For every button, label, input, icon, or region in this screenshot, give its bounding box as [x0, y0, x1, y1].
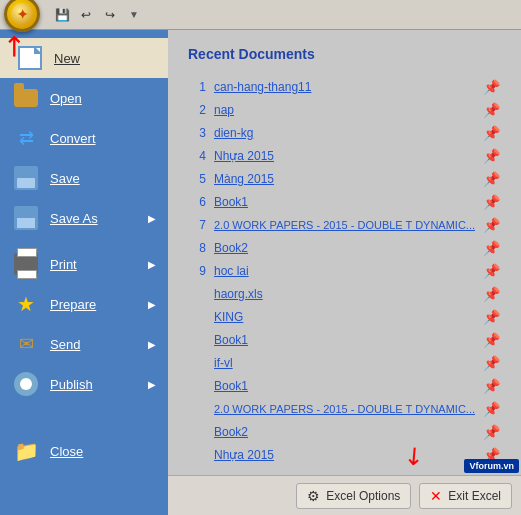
- pin-icon[interactable]: 📌: [483, 309, 500, 325]
- menu-label-prepare: Prepare: [50, 297, 134, 312]
- pin-icon[interactable]: 📌: [483, 286, 500, 302]
- pin-icon[interactable]: 📌: [483, 263, 500, 279]
- excel-options-button[interactable]: ⚙ Excel Options: [296, 483, 411, 509]
- office-logo-text: ✦: [17, 7, 28, 22]
- pin-icon[interactable]: 📌: [483, 148, 500, 164]
- new-icon: [16, 44, 44, 72]
- doc-name: hoc lai: [214, 264, 475, 278]
- prepare-icon: ★: [12, 290, 40, 318]
- list-item[interactable]: 4 Nhựa 2015 📌: [188, 145, 504, 167]
- menu-item-prepare[interactable]: ★ Prepare ▶: [0, 284, 168, 324]
- send-arrow: ▶: [148, 339, 156, 350]
- list-item[interactable]: 1 can-hang-thang11 📌: [188, 76, 504, 98]
- qa-dropdown-btn[interactable]: ▼: [124, 5, 144, 25]
- list-item[interactable]: 8 Book2 📌: [188, 237, 504, 259]
- list-item[interactable]: Book1 📌: [188, 375, 504, 397]
- pin-icon[interactable]: 📌: [483, 217, 500, 233]
- doc-number: 6: [192, 195, 206, 209]
- doc-name: Book1: [214, 333, 475, 347]
- undo-btn[interactable]: ↩: [76, 5, 96, 25]
- recent-docs-panel: Recent Documents 1 can-hang-thang11 📌 2 …: [168, 30, 521, 515]
- menu-item-print[interactable]: Print ▶: [0, 244, 168, 284]
- doc-number: 1: [192, 80, 206, 94]
- pin-icon[interactable]: 📌: [483, 240, 500, 256]
- save-icon: [12, 164, 40, 192]
- menu-label-new: New: [54, 51, 156, 66]
- list-item[interactable]: 5 Màng 2015 📌: [188, 168, 504, 190]
- menu-label-send: Send: [50, 337, 134, 352]
- list-item[interactable]: KING 📌: [188, 306, 504, 328]
- doc-name: can-hang-thang11: [214, 80, 475, 94]
- bottom-bar: ↗ ⚙ Excel Options ✕ Exit Excel: [168, 475, 521, 515]
- menu-label-saveas: Save As: [50, 211, 134, 226]
- pin-icon[interactable]: 📌: [483, 102, 500, 118]
- list-item[interactable]: haorg.xls 📌: [188, 283, 504, 305]
- menu-item-save[interactable]: Save: [0, 158, 168, 198]
- excel-options-icon: ⚙: [307, 488, 320, 504]
- send-icon: ✉: [12, 330, 40, 358]
- print-arrow: ▶: [148, 259, 156, 270]
- list-item[interactable]: 7 2.0 WORK PAPERS - 2015 - DOUBLE T DYNA…: [188, 214, 504, 236]
- list-item[interactable]: 6 Book1 📌: [188, 191, 504, 213]
- doc-name: if-vl: [214, 356, 475, 370]
- list-item[interactable]: 2 nap 📌: [188, 99, 504, 121]
- doc-name: Book2: [214, 425, 475, 439]
- exit-excel-button[interactable]: ✕ Exit Excel: [419, 483, 512, 509]
- doc-name: KING: [214, 310, 475, 324]
- redo-btn[interactable]: ↪: [100, 5, 120, 25]
- pin-icon[interactable]: 📌: [483, 378, 500, 394]
- pin-icon[interactable]: 📌: [483, 401, 500, 417]
- doc-list: 1 can-hang-thang11 📌 2 nap 📌 3 dien-kg 📌…: [188, 76, 504, 466]
- saveas-arrow: ▶: [148, 213, 156, 224]
- doc-name: Nhựa 2015: [214, 448, 475, 462]
- menu-label-print: Print: [50, 257, 134, 272]
- menu-item-send[interactable]: ✉ Send ▶: [0, 324, 168, 364]
- menu-item-new[interactable]: New: [0, 38, 168, 78]
- recent-docs-header: Recent Documents: [188, 46, 504, 66]
- list-item[interactable]: Book2 📌: [188, 421, 504, 443]
- list-item[interactable]: 2.0 WORK PAPERS - 2015 - DOUBLE T DYNAMI…: [188, 398, 504, 420]
- list-item[interactable]: Nhựa 2015 📌: [188, 444, 504, 466]
- vforum-badge: Vforum.vn: [464, 459, 519, 473]
- doc-number: 2: [192, 103, 206, 117]
- prepare-arrow: ▶: [148, 299, 156, 310]
- pin-icon[interactable]: 📌: [483, 355, 500, 371]
- doc-name: 2.0 WORK PAPERS - 2015 - DOUBLE T DYNAMI…: [214, 403, 475, 415]
- doc-name: dien-kg: [214, 126, 475, 140]
- menu-label-open: Open: [50, 91, 156, 106]
- publish-arrow: ▶: [148, 379, 156, 390]
- print-icon: [12, 250, 40, 278]
- list-item[interactable]: 9 hoc lai 📌: [188, 260, 504, 282]
- pin-icon[interactable]: 📌: [483, 79, 500, 95]
- doc-number: 3: [192, 126, 206, 140]
- exit-icon: ✕: [430, 488, 442, 504]
- doc-name: Màng 2015: [214, 172, 475, 186]
- menu-label-publish: Publish: [50, 377, 134, 392]
- office-button[interactable]: ✦: [4, 0, 40, 32]
- open-icon: [12, 84, 40, 112]
- menu-item-open[interactable]: Open: [0, 78, 168, 118]
- menu-label-close: Close: [50, 444, 156, 459]
- menu-item-saveas[interactable]: Save As ▶: [0, 198, 168, 238]
- doc-name: haorg.xls: [214, 287, 475, 301]
- list-item[interactable]: 3 dien-kg 📌: [188, 122, 504, 144]
- publish-icon: [12, 370, 40, 398]
- menu-item-convert[interactable]: ⇄ Convert: [0, 118, 168, 158]
- convert-icon: ⇄: [12, 124, 40, 152]
- office-logo: ✦: [11, 3, 33, 25]
- save-quick-btn[interactable]: 💾: [52, 5, 72, 25]
- pin-icon[interactable]: 📌: [483, 171, 500, 187]
- doc-number: 9: [192, 264, 206, 278]
- doc-number: 4: [192, 149, 206, 163]
- pin-icon[interactable]: 📌: [483, 424, 500, 440]
- menu-item-close[interactable]: 📁 Close: [0, 431, 168, 471]
- doc-name: Book2: [214, 241, 475, 255]
- list-item[interactable]: Book1 📌: [188, 329, 504, 351]
- pin-icon[interactable]: 📌: [483, 194, 500, 210]
- pin-icon[interactable]: 📌: [483, 332, 500, 348]
- main-area: New Open ⇄ Convert Save Save As ▶: [0, 30, 521, 515]
- doc-number: 5: [192, 172, 206, 186]
- list-item[interactable]: if-vl 📌: [188, 352, 504, 374]
- pin-icon[interactable]: 📌: [483, 125, 500, 141]
- menu-item-publish[interactable]: Publish ▶: [0, 364, 168, 404]
